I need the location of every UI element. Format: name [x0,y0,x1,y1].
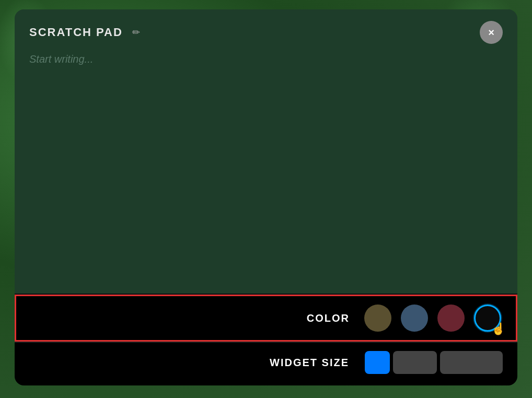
close-button[interactable]: × [480,21,503,44]
edit-icon[interactable]: ✏ [129,25,144,40]
color-option-black-container: ☝ [474,305,501,332]
size-buttons-group [365,351,503,374]
writing-area[interactable]: Start writing... [29,53,503,65]
color-option-dark-red[interactable] [437,305,465,332]
color-option-steel-blue[interactable] [401,305,428,332]
modal-container: SCRATCH PAD ✏ × Start writing... COLOR ☝… [15,9,517,385]
widget-size-section: WIDGET SIZE [15,342,517,385]
title-area: SCRATCH PAD ✏ [29,25,144,40]
color-option-black[interactable] [474,305,501,332]
color-label: COLOR [307,312,350,324]
color-option-olive[interactable] [364,305,391,332]
size-button-large[interactable] [440,351,503,374]
color-section-wrapper: COLOR ☝ [15,295,517,342]
size-button-small[interactable] [365,351,390,374]
widget-size-label: WIDGET SIZE [270,357,349,369]
modal-title: SCRATCH PAD [29,26,123,39]
header-row: SCRATCH PAD ✏ × [29,21,503,44]
size-button-medium[interactable] [393,351,437,374]
color-row: COLOR ☝ [15,295,517,342]
scratch-pad-section: SCRATCH PAD ✏ × Start writing... [15,9,517,294]
